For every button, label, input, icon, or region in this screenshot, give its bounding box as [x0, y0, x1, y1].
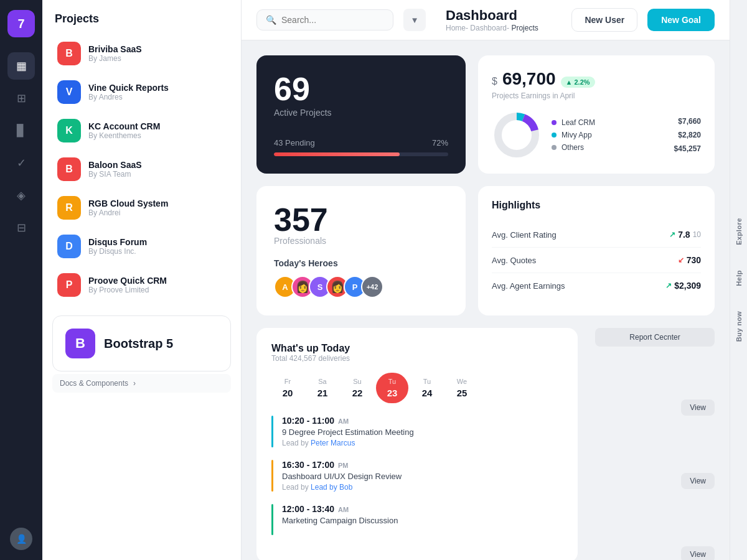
search-icon: 🔍 — [266, 15, 276, 25]
highlight-row-earnings: Avg. Agent Earnings ↗ $2,309 — [492, 273, 701, 298]
bootstrap-icon: B — [65, 329, 95, 358]
event-title-3: Marketing Campaign Discussion — [282, 516, 398, 525]
project-by: By Andrei — [88, 208, 168, 217]
event-lead-1: Lead by Peter Marcus — [282, 439, 414, 447]
project-item-baloon[interactable]: B Baloon SaaS By SIA Team — [52, 151, 231, 187]
highlight-label: Avg. Client Rating — [492, 230, 557, 240]
project-icon: K — [57, 119, 81, 142]
event-title-2: Dashboard UI/UX Design Review — [282, 472, 402, 481]
avatar-more: +42 — [361, 276, 383, 298]
legend-val-others: $45,257 — [674, 144, 701, 153]
project-item-briviba[interactable]: B Briviba SaaS By James — [52, 35, 231, 72]
highlights-title: Highlights — [492, 200, 701, 211]
event-lead-link-2[interactable]: Lead by Bob — [311, 483, 352, 492]
tab-buy-now[interactable]: Buy now — [731, 299, 746, 354]
earnings-badge: ▲ 2.2% — [561, 77, 595, 88]
sidebar-nav: 7 ▦ ⊞ ▊ ✓ ◈ ⊟ 👤 — [0, 0, 42, 560]
event-lead-link-1[interactable]: Peter Marcus — [311, 439, 355, 447]
nav-check-icon[interactable]: ✓ — [7, 149, 35, 177]
main-content: 🔍 ▼ Dashboard Home- Dashboard- Projects … — [242, 0, 730, 560]
nav-layers-icon[interactable]: ◈ — [7, 182, 35, 209]
cal-day-21[interactable]: Sa 21 — [306, 373, 339, 403]
event-item-1: 10:20 - 11:00 AM 9 Degree Project Estima… — [271, 416, 563, 447]
cal-day-22[interactable]: Su 22 — [341, 373, 374, 403]
nav-bottom-avatar[interactable]: 👤 — [10, 528, 32, 550]
event-line-2 — [271, 460, 273, 492]
new-user-button[interactable]: New User — [571, 8, 637, 32]
project-by: By Disqus Inc. — [88, 247, 147, 256]
project-name: Proove Quick CRM — [88, 276, 167, 286]
top-header: 🔍 ▼ Dashboard Home- Dashboard- Projects … — [242, 0, 730, 40]
professionals-label: Professionals — [274, 236, 448, 246]
cal-day-23[interactable]: Tu 23 — [376, 373, 408, 403]
active-projects-card: 69 Active Projects 43 Pending 72% — [256, 55, 466, 174]
legend-val-mivy: $2,820 — [674, 131, 701, 139]
highlight-row-quotes: Avg. Quotes ↙ 730 — [492, 248, 701, 273]
highlight-value: ↗ $2,309 — [665, 281, 701, 291]
project-name: RGB Cloud System — [88, 198, 168, 208]
active-projects-number: 69 — [274, 73, 448, 105]
bootstrap-card: B Bootstrap 5 — [52, 315, 231, 371]
event-time-3: 12:00 - 13:40 AM — [282, 504, 398, 514]
report-center-button[interactable]: Report Cecnter — [595, 328, 715, 347]
filter-button[interactable]: ▼ — [403, 9, 426, 31]
nav-chart-icon[interactable]: ▊ — [7, 117, 35, 144]
pending-count: 43 Pending — [274, 138, 315, 147]
event-line-3 — [271, 504, 273, 535]
project-item-kc[interactable]: K KC Account CRM By Keenthemes — [52, 113, 231, 149]
header-center: Dashboard Home- Dashboard- Projects — [436, 7, 561, 32]
earnings-card: $ 69,700 ▲ 2.2% Projects Earnings in Apr… — [478, 55, 715, 174]
view-button-2[interactable]: View — [681, 473, 715, 489]
cal-day-25[interactable]: We 25 — [446, 373, 478, 403]
project-item-rgb[interactable]: R RGB Cloud System By Andrei — [52, 190, 231, 226]
nav-layout-icon[interactable]: ▦ — [7, 52, 35, 80]
projects-title: Projects — [52, 12, 231, 26]
right-overlay-panel: Report Cecnter View View View — [590, 328, 715, 560]
cal-day-20[interactable]: Fr 20 — [271, 373, 304, 403]
search-input[interactable] — [281, 15, 384, 25]
highlight-value: ↗ 7.8 10 — [669, 230, 701, 240]
tab-help[interactable]: Help — [731, 258, 746, 299]
project-icon: R — [57, 196, 81, 220]
event-lead-2: Lead by Lead by Bob — [282, 483, 402, 492]
project-by: By James — [88, 54, 142, 63]
project-name: Briviba SaaS — [88, 44, 142, 54]
project-name: Vine Quick Reports — [88, 83, 169, 93]
dashboard-grid: 69 Active Projects 43 Pending 72% $ 69,7… — [242, 40, 730, 560]
schedule-card: What's up Today Total 424,567 deliveries… — [256, 328, 578, 560]
project-name: Baloon SaaS — [88, 160, 142, 170]
event-time-2: 16:30 - 17:00 PM — [282, 460, 402, 470]
cal-day-24[interactable]: Tu 24 — [411, 373, 443, 403]
tab-explore[interactable]: Explore — [731, 205, 746, 258]
progress-fill — [274, 152, 400, 156]
heroes-title: Today's Heroes — [274, 258, 448, 268]
project-name: KC Account CRM — [88, 121, 160, 131]
event-time-1: 10:20 - 11:00 AM — [282, 416, 414, 426]
project-name: Disqus Forum — [88, 237, 147, 247]
new-goal-button[interactable]: New Goal — [647, 9, 715, 31]
nav-grid-icon[interactable]: ⊞ — [7, 85, 35, 112]
search-box: 🔍 — [256, 9, 393, 30]
highlights-card: Highlights Avg. Client Rating ↗ 7.8 10 A… — [478, 186, 715, 315]
chevron-icon: › — [133, 379, 136, 388]
earnings-label: Projects Earnings in April — [492, 91, 701, 100]
event-item-3: 12:00 - 13:40 AM Marketing Campaign Disc… — [271, 504, 563, 535]
project-icon: D — [57, 235, 81, 258]
view-button-1[interactable]: View — [681, 399, 715, 416]
event-item-2: 16:30 - 17:00 PM Dashboard UI/UX Design … — [271, 460, 563, 492]
project-item-vine[interactable]: V Vine Quick Reports By Andres — [52, 74, 231, 110]
professionals-card: 357 Professionals Today's Heroes A 👩 S 👩… — [256, 186, 466, 315]
right-tabs-panel: Explore Help Buy now — [730, 0, 747, 560]
project-icon: P — [57, 273, 81, 297]
earnings-currency: $ — [492, 76, 497, 87]
bootstrap-label: Bootstrap 5 — [104, 337, 173, 351]
view-button-3[interactable]: View — [681, 546, 715, 560]
project-item-proove[interactable]: P Proove Quick CRM By Proove Limited — [52, 267, 231, 303]
project-icon: V — [57, 80, 81, 104]
schedule-title: What's up Today — [271, 343, 563, 354]
professionals-number: 357 — [274, 203, 448, 236]
trend-down-icon: ↙ — [678, 256, 684, 264]
nav-briefcase-icon[interactable]: ⊟ — [7, 214, 35, 241]
docs-bar[interactable]: Docs & Components › — [52, 374, 231, 393]
project-item-disqus[interactable]: D Disqus Forum By Disqus Inc. — [52, 228, 231, 264]
